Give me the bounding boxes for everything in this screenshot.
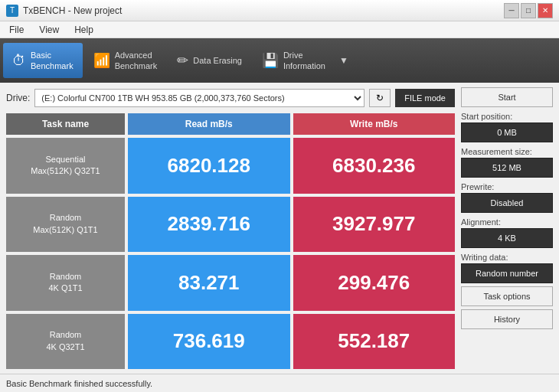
- content-area: Drive: (E:) Colorful CN700 1TB WH 953.85…: [0, 83, 559, 374]
- toolbar-more-arrow[interactable]: ▼: [336, 55, 351, 66]
- writing-data-label: Writing data:: [461, 253, 553, 262]
- row2-read: 2839.716: [128, 197, 290, 253]
- data-erasing-button[interactable]: ✏ Data Erasing: [168, 43, 251, 78]
- menu-view[interactable]: View: [33, 23, 65, 37]
- measurement-size-value[interactable]: 512 MB: [461, 158, 553, 178]
- row3-read: 83.271: [128, 255, 290, 311]
- table-row: Random4K Q1T1 83.271 299.476: [6, 255, 455, 311]
- col-read-header: Read mB/s: [128, 113, 290, 135]
- task-options-button[interactable]: Task options: [461, 286, 553, 306]
- table-row: SequentialMax(512K) Q32T1 6820.128 6830.…: [6, 138, 455, 194]
- table-header: Task name Read mB/s Write mB/s: [6, 113, 455, 135]
- status-text: Basic Benchmark finished successfully.: [6, 379, 152, 388]
- writing-data-value[interactable]: Random number: [461, 263, 553, 283]
- row4-task: Random4K Q32T1: [6, 314, 125, 370]
- alignment-group: Alignment: 4 KB: [461, 216, 553, 248]
- prewrite-value[interactable]: Disabled: [461, 193, 553, 213]
- file-mode-button[interactable]: FILE mode: [395, 89, 455, 107]
- app-icon: T: [6, 5, 18, 17]
- close-button[interactable]: ✕: [538, 3, 553, 18]
- eraser-icon: ✏: [177, 52, 188, 69]
- alignment-label: Alignment:: [461, 217, 553, 227]
- measurement-size-group: Measurement size: 512 MB: [461, 145, 553, 178]
- drive-bar: Drive: (E:) Colorful CN700 1TB WH 953.85…: [6, 87, 455, 109]
- start-position-value[interactable]: 0 MB: [461, 122, 553, 142]
- col-write-header: Write mB/s: [293, 113, 456, 135]
- start-position-label: Start position:: [461, 112, 553, 121]
- title-bar: T TxBENCH - New project ─ □ ✕: [0, 0, 559, 21]
- alignment-value[interactable]: 4 KB: [461, 228, 553, 248]
- col-task-header: Task name: [6, 113, 125, 135]
- minimize-button[interactable]: ─: [504, 3, 519, 18]
- table-row: RandomMax(512K) Q1T1 2839.716 3927.977: [6, 197, 455, 253]
- start-button[interactable]: Start: [461, 87, 553, 107]
- menu-file[interactable]: File: [3, 23, 30, 37]
- prewrite-label: Prewrite:: [461, 182, 553, 191]
- row1-read: 6820.128: [128, 138, 290, 194]
- advanced-benchmark-label: AdvancedBenchmark: [115, 50, 158, 72]
- drive-icon-toolbar: 💾: [262, 52, 279, 69]
- row4-read: 736.619: [128, 314, 290, 370]
- start-position-group: Start position: 0 MB: [461, 110, 553, 142]
- drive-label: Drive:: [6, 93, 30, 103]
- advanced-benchmark-button[interactable]: 📶 AdvancedBenchmark: [84, 43, 167, 78]
- table-row: Random4K Q32T1 736.619 552.187: [6, 314, 455, 370]
- main-panel: Drive: (E:) Colorful CN700 1TB WH 953.85…: [6, 87, 455, 369]
- row1-task: SequentialMax(512K) Q32T1: [6, 138, 125, 194]
- toolbar: ⏱ BasicBenchmark 📶 AdvancedBenchmark ✏ D…: [0, 38, 559, 83]
- clock-icon: ⏱: [12, 53, 26, 69]
- menu-bar: File View Help: [0, 21, 559, 38]
- drive-information-label: DriveInformation: [283, 50, 325, 72]
- chart-icon: 📶: [93, 52, 110, 69]
- row1-write: 6830.236: [293, 138, 456, 194]
- basic-benchmark-button[interactable]: ⏱ BasicBenchmark: [3, 43, 83, 78]
- prewrite-group: Prewrite: Disabled: [461, 181, 553, 213]
- drive-refresh-button[interactable]: ↻: [369, 89, 391, 107]
- window-title: TxBENCH - New project: [23, 5, 122, 16]
- history-button[interactable]: History: [461, 309, 553, 329]
- data-erasing-label: Data Erasing: [193, 55, 242, 66]
- writing-data-group: Writing data: Random number: [461, 251, 553, 283]
- row3-task: Random4K Q1T1: [6, 255, 125, 311]
- measurement-size-label: Measurement size:: [461, 147, 553, 156]
- maximize-button[interactable]: □: [521, 3, 536, 18]
- row4-write: 552.187: [293, 314, 456, 370]
- menu-help[interactable]: Help: [68, 23, 100, 37]
- drive-information-button[interactable]: 💾 DriveInformation: [253, 43, 335, 78]
- row2-task: RandomMax(512K) Q1T1: [6, 197, 125, 253]
- basic-benchmark-label: BasicBenchmark: [31, 50, 74, 72]
- benchmark-table: Task name Read mB/s Write mB/s Sequentia…: [6, 113, 455, 369]
- row2-write: 3927.977: [293, 197, 456, 253]
- side-panel: Start Start position: 0 MB Measurement s…: [461, 87, 553, 369]
- drive-select[interactable]: (E:) Colorful CN700 1TB WH 953.85 GB (2,…: [34, 89, 364, 107]
- window-controls: ─ □ ✕: [504, 3, 553, 18]
- status-bar: Basic Benchmark finished successfully.: [0, 374, 559, 392]
- row3-write: 299.476: [293, 255, 456, 311]
